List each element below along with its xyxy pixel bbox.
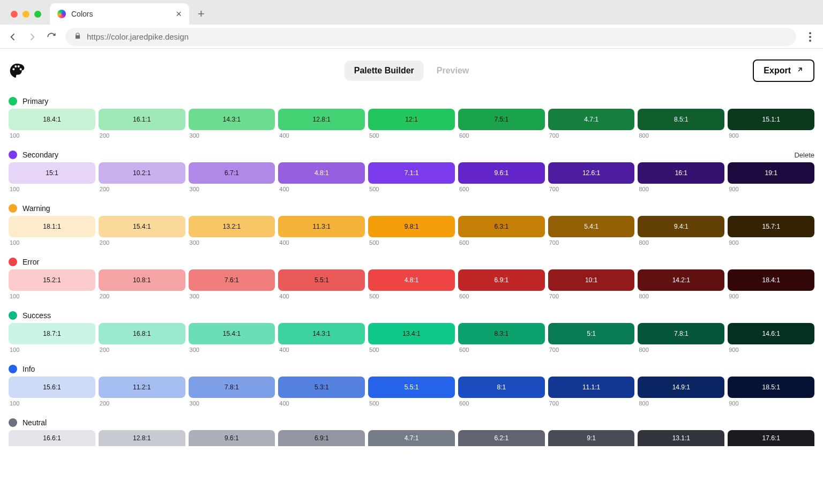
swatch[interactable]: 18.1:1 [9, 216, 95, 237]
row-title-group[interactable]: Secondary [9, 151, 58, 159]
tab-preview[interactable]: Preview [427, 61, 478, 81]
maximize-window-icon[interactable] [34, 11, 41, 18]
swatch[interactable]: 7.8:1 [638, 323, 724, 344]
swatch[interactable]: 4.8:1 [278, 162, 365, 184]
swatch-wrap: 16.6:1 [9, 430, 95, 446]
row-color-dot [9, 258, 17, 266]
swatch[interactable]: 14.9:1 [638, 377, 724, 398]
forward-button[interactable] [27, 32, 38, 42]
back-button[interactable] [8, 32, 18, 42]
reload-button[interactable] [46, 32, 57, 42]
step-label: 700 [548, 293, 635, 299]
swatch[interactable]: 6.2:1 [458, 430, 545, 446]
swatch[interactable]: 15:1 [9, 162, 95, 184]
close-window-icon[interactable] [11, 11, 18, 18]
swatch[interactable]: 18.4:1 [9, 109, 95, 130]
swatch[interactable]: 9.4:1 [638, 216, 724, 237]
swatch[interactable]: 12:1 [368, 109, 455, 130]
swatch[interactable]: 15.1:1 [728, 109, 814, 130]
swatch[interactable]: 16:1 [638, 162, 724, 184]
swatch[interactable]: 14.6:1 [728, 323, 814, 344]
row-title-group[interactable]: Neutral [9, 418, 47, 427]
swatch[interactable]: 6.9:1 [278, 430, 365, 446]
swatch[interactable]: 14.2:1 [638, 269, 724, 291]
swatch[interactable]: 9.6:1 [458, 162, 545, 184]
contrast-ratio: 8.3:1 [494, 330, 508, 337]
swatch-list: 16.6:1 12.8:1 9.6:1 6.9:1 4.7:1 [9, 430, 814, 446]
swatch[interactable]: 10:1 [548, 269, 635, 291]
swatch[interactable]: 14.3:1 [278, 323, 365, 344]
row-title-group[interactable]: Warning [9, 204, 50, 213]
swatch[interactable]: 4.8:1 [368, 269, 455, 291]
swatch[interactable]: 14.3:1 [189, 109, 275, 130]
contrast-ratio: 4.7:1 [405, 434, 419, 442]
export-button[interactable]: Export [753, 59, 814, 82]
swatch[interactable]: 6.9:1 [458, 269, 545, 291]
swatch[interactable]: 7.5:1 [458, 109, 545, 130]
swatch[interactable]: 15.2:1 [9, 269, 95, 291]
swatch[interactable]: 9.8:1 [368, 216, 455, 237]
swatch-wrap: 18.4:1 900 [728, 269, 814, 299]
swatch[interactable]: 6.3:1 [458, 216, 545, 237]
row-title-group[interactable]: Success [9, 311, 51, 320]
swatch[interactable]: 5.4:1 [548, 216, 635, 237]
swatch[interactable]: 12.8:1 [99, 430, 185, 446]
swatch[interactable]: 10.2:1 [99, 162, 185, 184]
delete-button[interactable]: Delete [794, 151, 814, 159]
swatch[interactable]: 18.4:1 [728, 269, 814, 291]
swatch[interactable]: 9:1 [548, 430, 635, 446]
swatch[interactable]: 7.8:1 [189, 377, 275, 398]
swatch[interactable]: 6.7:1 [189, 162, 275, 184]
swatch[interactable]: 11.3:1 [278, 216, 365, 237]
swatch[interactable]: 15.4:1 [189, 323, 275, 344]
swatch[interactable]: 16.6:1 [9, 430, 95, 446]
swatch[interactable]: 12.6:1 [548, 162, 635, 184]
swatch[interactable]: 10.8:1 [99, 269, 185, 291]
swatch[interactable]: 19:1 [728, 162, 814, 184]
swatch[interactable]: 13.2:1 [189, 216, 275, 237]
swatch[interactable]: 18.7:1 [9, 323, 95, 344]
swatch[interactable]: 11.2:1 [99, 377, 185, 398]
swatch[interactable]: 13.4:1 [368, 323, 455, 344]
row-title-group[interactable]: Primary [9, 97, 48, 106]
swatch[interactable]: 5.5:1 [278, 269, 365, 291]
row-title-group[interactable]: Info [9, 365, 35, 373]
swatch[interactable]: 4.7:1 [368, 430, 455, 446]
swatch[interactable]: 7.1:1 [368, 162, 455, 184]
contrast-ratio: 6.9:1 [315, 434, 329, 442]
browser-tab[interactable]: Colors × [50, 3, 189, 25]
address-bar[interactable]: https://color.jaredpike.design [65, 28, 796, 46]
browser-menu-button[interactable] [805, 32, 815, 42]
minimize-window-icon[interactable] [23, 11, 29, 18]
swatch[interactable]: 18.5:1 [728, 377, 814, 398]
close-tab-icon[interactable]: × [176, 9, 182, 20]
swatch[interactable]: 5:1 [548, 323, 635, 344]
swatch[interactable]: 15.6:1 [9, 377, 95, 398]
tab-palette-builder[interactable]: Palette Builder [345, 61, 424, 81]
swatch[interactable]: 17.6:1 [728, 430, 814, 446]
swatch[interactable]: 13.1:1 [638, 430, 724, 446]
swatch[interactable]: 8.3:1 [458, 323, 545, 344]
swatch[interactable]: 9.6:1 [189, 430, 275, 446]
contrast-ratio: 7.8:1 [225, 383, 239, 391]
swatch[interactable]: 15.4:1 [99, 216, 185, 237]
new-tab-button[interactable]: + [193, 7, 209, 21]
swatch[interactable]: 8.5:1 [638, 109, 724, 130]
swatch[interactable]: 5.3:1 [278, 377, 365, 398]
contrast-ratio: 19:1 [765, 169, 777, 177]
row-title-group[interactable]: Error [9, 258, 39, 266]
swatch-wrap: 18.1:1 100 [9, 216, 95, 246]
swatch-wrap: 7.6:1 300 [189, 269, 275, 299]
swatch[interactable]: 7.6:1 [189, 269, 275, 291]
swatch[interactable]: 11.1:1 [548, 377, 635, 398]
swatch[interactable]: 15.7:1 [728, 216, 814, 237]
swatch[interactable]: 4.7:1 [548, 109, 635, 130]
swatch-wrap: 9.4:1 800 [638, 216, 724, 246]
swatch[interactable]: 5.5:1 [368, 377, 455, 398]
swatch-wrap: 4.8:1 400 [278, 162, 365, 192]
row-color-dot [9, 311, 17, 320]
swatch[interactable]: 16.8:1 [99, 323, 185, 344]
swatch[interactable]: 8:1 [458, 377, 545, 398]
swatch[interactable]: 12.8:1 [278, 109, 365, 130]
swatch[interactable]: 16.1:1 [99, 109, 185, 130]
